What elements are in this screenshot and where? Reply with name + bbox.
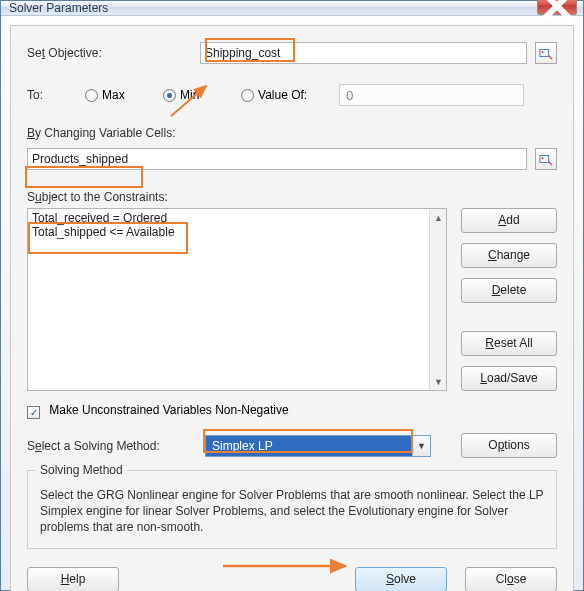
reset-all-button[interactable]: Reset All xyxy=(461,331,557,356)
constraints-section: Subject to the Constraints: Total_receiv… xyxy=(27,190,557,391)
valueof-input[interactable] xyxy=(339,84,524,106)
objective-input[interactable] xyxy=(200,42,527,64)
set-objective-label: Set Objective: xyxy=(27,46,192,60)
chevron-down-icon: ▼ xyxy=(412,436,430,456)
to-row: To: Max Min Value Of: xyxy=(27,84,557,106)
radio-icon xyxy=(85,89,98,102)
range-picker-icon xyxy=(539,152,553,166)
scroll-up-icon[interactable]: ▲ xyxy=(430,209,447,226)
solving-method-legend: Solving Method xyxy=(36,463,127,477)
titlebar: Solver Parameters xyxy=(1,1,583,16)
objective-row: Set Objective: xyxy=(27,42,557,64)
changing-cells-input[interactable] xyxy=(27,148,527,170)
scroll-down-icon[interactable]: ▼ xyxy=(430,373,447,390)
solve-button[interactable]: Solve xyxy=(355,567,447,591)
constraint-item[interactable]: Total_received = Ordered xyxy=(32,211,442,225)
close-window-button[interactable] xyxy=(537,0,577,15)
nonneg-row: ✓ Make Unconstrained Variables Non-Negat… xyxy=(27,403,557,419)
window-title: Solver Parameters xyxy=(9,1,537,15)
solving-method-groupbox: Solving Method Select the GRG Nonlinear … xyxy=(27,470,557,549)
constraint-item[interactable]: Total_shipped <= Available xyxy=(32,225,442,239)
checkbox-icon: ✓ xyxy=(27,406,40,419)
constraints-listbox[interactable]: Total_received = Ordered Total_shipped <… xyxy=(27,208,447,391)
solving-method-select[interactable]: Simplex LP ▼ xyxy=(205,435,431,457)
svg-rect-3 xyxy=(542,157,544,159)
listbox-scrollbar[interactable]: ▲ ▼ xyxy=(429,209,446,390)
add-button[interactable]: Add xyxy=(461,208,557,233)
load-save-button[interactable]: Load/Save xyxy=(461,366,557,391)
select-method-label: Select a Solving Method: xyxy=(27,439,197,453)
radio-valueof[interactable]: Value Of: xyxy=(241,88,331,102)
subject-to-label: Subject to the Constraints: xyxy=(27,190,447,204)
options-button[interactable]: Options xyxy=(461,433,557,458)
changing-cells-row xyxy=(27,148,557,170)
close-button[interactable]: Close xyxy=(465,567,557,591)
radio-max[interactable]: Max xyxy=(85,88,155,102)
svg-rect-2 xyxy=(540,156,549,163)
range-picker-icon xyxy=(539,46,553,60)
nonneg-checkbox[interactable]: ✓ Make Unconstrained Variables Non-Negat… xyxy=(27,403,289,419)
to-label: To: xyxy=(27,88,77,102)
solving-method-description: Select the GRG Nonlinear engine for Solv… xyxy=(40,487,544,536)
radio-min[interactable]: Min xyxy=(163,88,233,102)
dialog-body: Set Objective: To: Max xyxy=(1,16,583,591)
inner-panel: Set Objective: To: Max xyxy=(10,25,574,591)
radio-icon xyxy=(163,89,176,102)
svg-rect-1 xyxy=(542,51,544,53)
bottom-button-row: Help Solve Close xyxy=(27,567,557,591)
solving-method-value: Simplex LP xyxy=(206,436,412,456)
delete-button[interactable]: Delete xyxy=(461,278,557,303)
by-changing-label: By Changing Variable Cells: xyxy=(27,126,557,140)
change-button[interactable]: Change xyxy=(461,243,557,268)
solving-method-row: Select a Solving Method: Simplex LP ▼ Op… xyxy=(27,433,557,458)
changing-range-picker-button[interactable] xyxy=(535,148,557,170)
objective-range-picker-button[interactable] xyxy=(535,42,557,64)
help-button[interactable]: Help xyxy=(27,567,119,591)
svg-rect-0 xyxy=(540,50,549,57)
radio-icon xyxy=(241,89,254,102)
solver-dialog: Solver Parameters Set Objective: xyxy=(0,0,584,591)
